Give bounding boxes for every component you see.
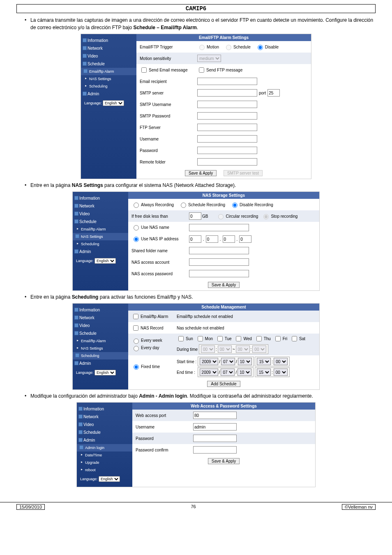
- radio-every-week[interactable]: Every week: [131, 337, 162, 344]
- sidebar-item-schedule[interactable]: Schedule: [77, 428, 132, 436]
- end-year[interactable]: 2009: [200, 368, 218, 376]
- sidebar-item-network[interactable]: Network: [73, 314, 128, 322]
- nas-pass-input[interactable]: [189, 270, 249, 277]
- sidebar-sub-email-alarm[interactable]: Email/ftp Alarm: [73, 226, 128, 233]
- check-mon[interactable]: Mon: [196, 335, 213, 343]
- check-fri[interactable]: Fri: [274, 335, 288, 343]
- sidebar-item-network[interactable]: Network: [73, 202, 128, 210]
- add-schedule-button[interactable]: Add Schedule: [207, 381, 240, 387]
- during-h1[interactable]: 00: [201, 345, 215, 353]
- sidebar-item-admin[interactable]: Admin: [73, 359, 128, 367]
- sidebar-item-video[interactable]: Video: [73, 322, 128, 329]
- radio-disable[interactable]: Disable: [256, 44, 279, 50]
- sidebar-item-video[interactable]: Video: [73, 210, 128, 218]
- shared-input[interactable]: [189, 247, 249, 254]
- remote-input[interactable]: [197, 158, 257, 166]
- sidebar-sub-scheduling[interactable]: Scheduling: [73, 352, 128, 359]
- ip-oct-1[interactable]: [189, 235, 201, 243]
- sidebar-item-schedule[interactable]: Schedule: [73, 329, 128, 337]
- check-email-alarm[interactable]: Email/ftp Alarm: [131, 313, 168, 320]
- disk-input[interactable]: [189, 212, 201, 220]
- sidebar-sub-nas[interactable]: NAS Settings: [73, 345, 128, 352]
- radio-every-day[interactable]: Every day: [131, 345, 159, 351]
- during-m2[interactable]: 00: [252, 345, 266, 353]
- sidebar-item-network[interactable]: Network: [81, 44, 136, 52]
- check-wed[interactable]: Wed: [234, 335, 251, 343]
- smtp-pass-input[interactable]: [197, 112, 257, 120]
- save-apply-button[interactable]: Save & Apply: [208, 458, 240, 464]
- sidebar-sub-admin-login[interactable]: Admin login: [77, 444, 132, 451]
- sidebar-sub-upgrade[interactable]: Upgrade: [77, 459, 132, 466]
- lang-select[interactable]: English: [95, 370, 116, 375]
- sidebar-item-admin[interactable]: Admin: [73, 248, 128, 256]
- sidebar-sub-scheduling[interactable]: Scheduling: [73, 240, 128, 248]
- check-thu[interactable]: Thu: [255, 335, 271, 343]
- nas-name-input[interactable]: [189, 224, 249, 231]
- during-h2[interactable]: 00: [236, 345, 250, 353]
- sidebar-sub-scheduling[interactable]: Scheduling: [81, 83, 136, 90]
- sidebar-item-network[interactable]: Network: [77, 413, 132, 421]
- save-apply-button[interactable]: Save & Apply: [208, 282, 240, 288]
- start-day[interactable]: 10: [238, 358, 252, 365]
- account-input[interactable]: [189, 258, 249, 266]
- lang-select[interactable]: English: [103, 100, 124, 106]
- start-min[interactable]: 00: [274, 358, 288, 365]
- start-hour[interactable]: 15: [257, 358, 271, 365]
- admin-user-input[interactable]: [193, 423, 237, 431]
- radio-always[interactable]: Always Recording: [131, 201, 174, 208]
- end-hour[interactable]: 15: [257, 368, 271, 376]
- end-month[interactable]: 07: [221, 368, 235, 376]
- radio-nas-ip[interactable]: Use NAS IP address: [131, 235, 179, 242]
- sidebar-item-video[interactable]: Video: [77, 421, 132, 428]
- port-input[interactable]: [267, 89, 280, 97]
- smtp-test-button[interactable]: SMTP server test: [224, 170, 263, 176]
- radio-circular[interactable]: Circular recording: [216, 213, 258, 219]
- sidebar-item-admin[interactable]: Admin: [77, 436, 132, 444]
- sidebar-sub-reboot[interactable]: reboot: [77, 466, 132, 474]
- send-ftp-check[interactable]: Send FTP message: [197, 66, 242, 74]
- radio-motion[interactable]: Motion: [197, 44, 219, 50]
- start-year[interactable]: 2009: [200, 358, 218, 365]
- sidebar-sub-datetime[interactable]: Date/Time: [77, 451, 132, 459]
- smtp-server-input[interactable]: [197, 89, 257, 97]
- sensitivity-select[interactable]: medium: [197, 55, 221, 62]
- admin-pass-input[interactable]: [193, 435, 237, 442]
- radio-schedule[interactable]: Schedule: [224, 44, 251, 50]
- send-email-check[interactable]: Send Email message: [140, 66, 188, 74]
- save-apply-button[interactable]: Save & Apply: [185, 170, 217, 176]
- radio-nas-name[interactable]: Use NAS name: [131, 224, 169, 230]
- radio-sched-rec[interactable]: Schedule Recording: [179, 201, 225, 208]
- end-min[interactable]: 00: [274, 368, 288, 376]
- sidebar-item-information[interactable]: Information: [77, 405, 132, 413]
- sidebar-sub-email-alarm[interactable]: Email/ftp Alarm: [73, 337, 128, 345]
- sidebar-item-admin[interactable]: Admin: [81, 90, 136, 98]
- ip-oct-3[interactable]: [223, 235, 235, 243]
- radio-fixed[interactable]: Fixed time: [131, 363, 160, 370]
- sidebar-item-schedule[interactable]: Schedule: [81, 60, 136, 68]
- lang-select[interactable]: English: [95, 258, 116, 264]
- check-sat[interactable]: Sat: [290, 335, 305, 343]
- sidebar-sub-nas[interactable]: NAS Settings: [73, 233, 128, 240]
- sidebar-item-information[interactable]: Information: [73, 306, 128, 314]
- username-input[interactable]: [197, 135, 257, 143]
- check-nas-record[interactable]: NAS Record: [131, 324, 164, 332]
- admin-confirm-input[interactable]: [193, 446, 237, 454]
- during-m1[interactable]: 00: [218, 345, 232, 353]
- password-input[interactable]: [197, 147, 257, 154]
- lang-select[interactable]: English: [99, 476, 120, 482]
- sidebar-item-video[interactable]: Video: [81, 52, 136, 60]
- ip-oct-4[interactable]: [239, 235, 251, 243]
- recipient-input[interactable]: [197, 78, 257, 85]
- sidebar-item-schedule[interactable]: Schedule: [73, 218, 128, 226]
- check-sun[interactable]: Sun: [177, 335, 193, 343]
- ip-oct-2[interactable]: [206, 235, 218, 243]
- check-tue[interactable]: Tue: [216, 335, 232, 343]
- start-month[interactable]: 07: [221, 358, 235, 365]
- radio-stop[interactable]: Stop recording: [261, 213, 297, 219]
- sidebar-item-information[interactable]: Information: [81, 37, 136, 44]
- smtp-user-input[interactable]: [197, 101, 257, 108]
- web-port-input[interactable]: [193, 412, 237, 419]
- sidebar-sub-nas[interactable]: NAS Settings: [81, 75, 136, 83]
- sidebar-sub-email-alarm[interactable]: Email/ftp Alarm: [81, 68, 136, 75]
- sidebar-item-information[interactable]: Information: [73, 194, 128, 202]
